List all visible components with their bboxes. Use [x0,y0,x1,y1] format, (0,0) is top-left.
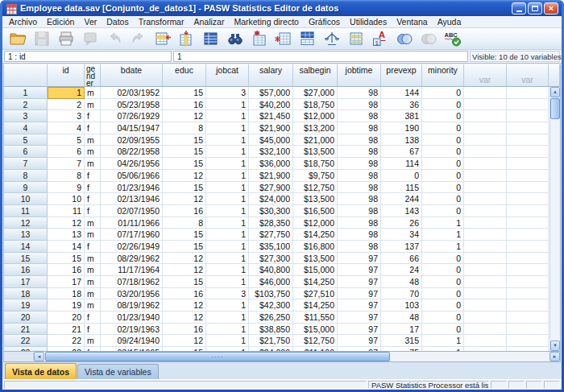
cell[interactable]: 3 [206,87,249,99]
menu-ver[interactable]: Ver [79,16,102,28]
cell[interactable]: m [85,217,101,229]
cell[interactable]: 04/26/1956 [101,158,163,170]
cell[interactable]: 1 [206,110,249,122]
column-header-minority[interactable]: minority [422,64,464,87]
toolbar-insert-cases-button[interactable] [247,29,272,49]
cell[interactable]: 97 [338,324,381,336]
column-header-prevexp[interactable]: prevexp [381,64,422,87]
cell[interactable]: 07/18/1962 [101,276,163,288]
cell[interactable]: 07/26/1929 [101,110,163,122]
menu-gr-ficos[interactable]: Gráficos [304,16,345,28]
cell[interactable]: 12 [163,299,206,312]
cell[interactable]: 21 [48,324,85,336]
row-header-21[interactable]: 21 [4,324,48,336]
cell[interactable] [464,288,507,300]
cell[interactable]: 15 [163,146,206,158]
cell[interactable] [507,146,549,158]
toolbar-value-labels-button[interactable]: 1A [368,29,392,49]
cell[interactable]: 98 [338,170,381,182]
menu-edici-n[interactable]: Edición [42,16,79,28]
cell[interactable]: 11/17/1964 [101,264,163,276]
cell[interactable]: 1 [206,241,249,253]
toolbar-weight-cases-button[interactable] [320,29,344,49]
cell[interactable]: 10 [48,193,85,205]
cell[interactable]: $21,900 [249,170,293,182]
cell[interactable]: $12,750 [293,335,338,347]
cell[interactable]: 8 [48,170,85,182]
cell[interactable]: 48 [381,276,422,288]
cell[interactable]: 0 [422,158,464,170]
cell[interactable]: $36,000 [249,158,293,170]
horizontal-scroll-thumb[interactable]: ···· [45,352,390,361]
cell[interactable]: 97 [338,253,381,265]
cell[interactable]: $30,300 [249,205,293,217]
cell[interactable] [507,193,549,205]
cell[interactable]: 0 [422,99,464,111]
cell[interactable]: 05/06/1966 [101,170,163,182]
cell[interactable] [507,264,549,276]
cell[interactable]: 01/23/1946 [101,182,163,194]
cell[interactable]: 98 [338,193,381,205]
cell[interactable]: f [85,122,101,134]
cell[interactable]: 01/23/1940 [101,312,163,324]
toolbar-goto-case-button[interactable] [151,29,175,49]
row-header-1[interactable]: 1 [4,87,48,99]
row-header-6[interactable]: 6 [4,146,48,158]
row-header-16[interactable]: 16 [4,264,48,276]
maximize-button[interactable] [528,2,542,14]
toolbar-insert-variable-button[interactable] [272,29,296,49]
cell[interactable]: 1 [422,241,464,253]
cell[interactable]: 115 [381,182,422,194]
cell[interactable]: $27,750 [249,229,293,241]
cell[interactable]: $35,100 [249,241,293,253]
cell[interactable]: 1 [206,312,249,324]
cell[interactable] [507,324,549,336]
vertical-scroll-track[interactable] [550,120,560,340]
cell[interactable] [464,193,507,205]
cell[interactable]: 12 [163,193,206,205]
cell[interactable]: $12,000 [293,110,338,122]
cell[interactable]: 11 [48,205,85,217]
cell-editor[interactable]: 1 [173,51,468,62]
cell[interactable]: 16 [163,288,206,300]
row-header-8[interactable]: 8 [4,170,48,182]
cell[interactable]: $21,900 [249,122,293,134]
menu-transformar[interactable]: Transformar [134,16,189,28]
horizontal-scrollbar[interactable]: ◄ ···· ► [34,352,560,361]
cell[interactable]: 20 [48,312,85,324]
cell[interactable]: 0 [422,205,464,217]
column-header-jobtime[interactable]: jobtime [338,64,381,87]
cell[interactable]: $13,500 [293,146,338,158]
cell[interactable]: 97 [338,335,381,347]
cell[interactable]: 48 [381,312,422,324]
cell[interactable]: 12 [163,110,206,122]
cell[interactable]: 15 [163,134,206,146]
row-header-3[interactable]: 3 [4,110,48,122]
cell[interactable] [464,299,507,312]
cell[interactable] [507,229,549,241]
cell[interactable]: f [85,193,101,205]
cell[interactable]: $15,000 [293,264,338,276]
row-header-19[interactable]: 19 [4,299,48,312]
cell[interactable]: 03/20/1956 [101,288,163,300]
menu-marketing-directo[interactable]: Marketing directo [229,16,304,28]
cell[interactable] [464,170,507,182]
cell[interactable] [464,99,507,111]
cell[interactable]: 18 [48,288,85,300]
cell[interactable] [464,253,507,265]
cell[interactable]: 190 [381,122,422,134]
cell[interactable]: $40,800 [249,264,293,276]
cell[interactable]: 1 [206,122,249,134]
cell[interactable]: $12,750 [293,182,338,194]
row-header-17[interactable]: 17 [4,276,48,288]
cell[interactable]: 0 [422,110,464,122]
toolbar-print-button[interactable] [54,29,78,49]
cell[interactable]: 98 [338,241,381,253]
cell[interactable]: 98 [338,158,381,170]
row-header-22[interactable]: 22 [4,335,48,347]
toolbar-goto-variable-button[interactable] [175,29,199,49]
menu-datos[interactable]: Datos [102,16,133,28]
cell[interactable] [464,229,507,241]
cell[interactable]: 19 [48,299,85,312]
cell[interactable]: 1 [422,335,464,347]
